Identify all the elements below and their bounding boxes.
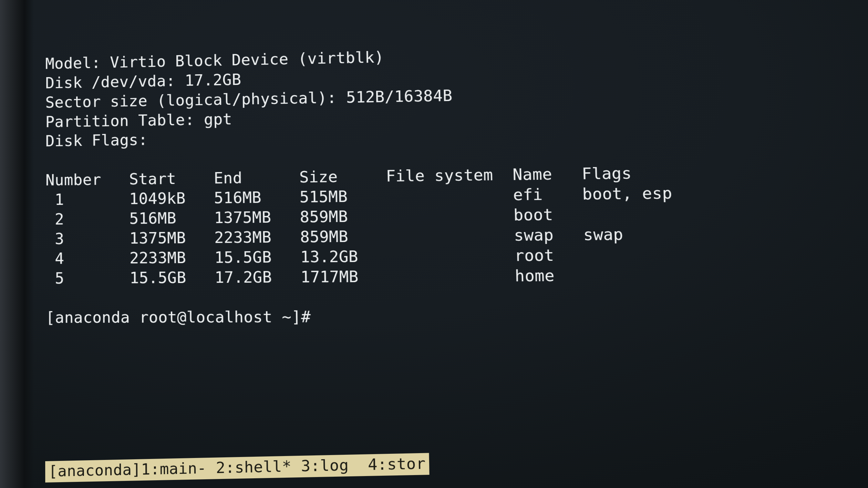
disk-line: Disk /dev/vda: 17.2GB [45,70,241,92]
terminal-output: Model: Virtio Block Device (virtblk) Dis… [45,21,676,328]
monitor-bezel [0,0,34,488]
tmux-status-bar[interactable]: [anaconda]1:main- 2:shell* 3:log 4:stor [45,453,429,483]
partition-table: Number Start End Size File system Name F… [45,164,673,287]
shell-prompt[interactable]: [anaconda root@localhost ~]# [45,307,311,327]
partition-table-line: Partition Table: gpt [45,110,232,131]
terminal-screen[interactable]: Model: Virtio Block Device (virtblk) Dis… [0,0,868,488]
model-line: Model: Virtio Block Device (virtblk) [45,48,384,73]
disk-flags-line: Disk Flags: [45,131,148,150]
